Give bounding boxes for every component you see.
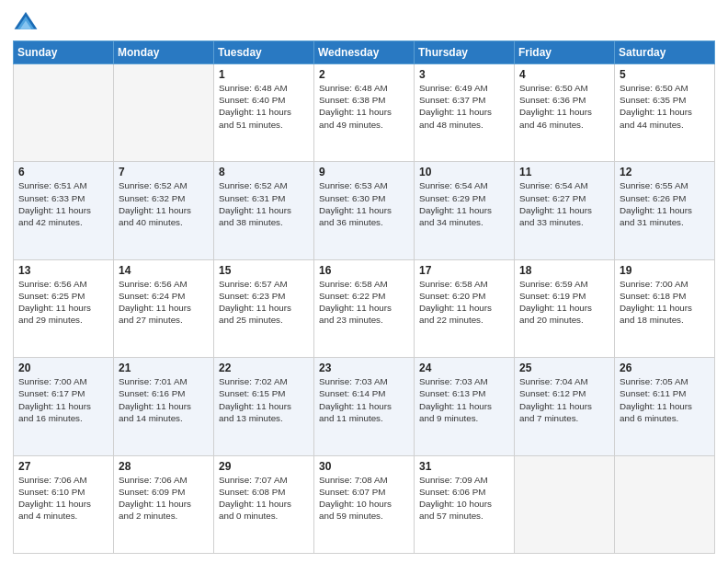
- weekday-monday: Monday: [114, 41, 214, 64]
- calendar-cell: [114, 64, 214, 162]
- weekday-sunday: Sunday: [14, 41, 114, 64]
- day-number: 12: [620, 166, 710, 178]
- cell-info: Sunrise: 6:50 AMSunset: 6:35 PMDaylight:…: [620, 82, 710, 131]
- day-number: 3: [419, 68, 509, 81]
- weekday-header-row: SundayMondayTuesdayWednesdayThursdayFrid…: [14, 41, 715, 64]
- day-number: 24: [419, 362, 509, 374]
- calendar-cell: [615, 455, 715, 553]
- cell-info: Sunrise: 7:04 AMSunset: 6:12 PMDaylight:…: [519, 375, 609, 424]
- cell-info: Sunrise: 6:59 AMSunset: 6:19 PMDaylight:…: [519, 278, 609, 327]
- calendar-cell: [515, 455, 615, 553]
- calendar-cell: 18Sunrise: 6:59 AMSunset: 6:19 PMDayligh…: [515, 259, 615, 357]
- day-number: 26: [620, 362, 710, 374]
- cell-info: Sunrise: 7:03 AMSunset: 6:13 PMDaylight:…: [419, 375, 509, 424]
- cell-info: Sunrise: 6:48 AMSunset: 6:40 PMDaylight:…: [219, 82, 309, 131]
- cell-info: Sunrise: 6:49 AMSunset: 6:37 PMDaylight:…: [419, 82, 509, 131]
- logo-icon: [13, 9, 39, 35]
- cell-info: Sunrise: 6:50 AMSunset: 6:36 PMDaylight:…: [519, 82, 609, 131]
- calendar-cell: 24Sunrise: 7:03 AMSunset: 6:13 PMDayligh…: [415, 358, 515, 455]
- calendar-cell: 5Sunrise: 6:50 AMSunset: 6:35 PMDaylight…: [615, 64, 715, 162]
- calendar-cell: 14Sunrise: 6:56 AMSunset: 6:24 PMDayligh…: [114, 259, 214, 357]
- cell-info: Sunrise: 7:08 AMSunset: 6:07 PMDaylight:…: [319, 474, 409, 523]
- calendar-cell: 19Sunrise: 7:00 AMSunset: 6:18 PMDayligh…: [615, 259, 715, 357]
- calendar-cell: [14, 64, 114, 162]
- calendar-cell: 9Sunrise: 6:53 AMSunset: 6:30 PMDaylight…: [314, 162, 415, 259]
- day-number: 2: [319, 68, 409, 81]
- day-number: 30: [319, 460, 409, 473]
- day-number: 28: [119, 460, 209, 473]
- day-number: 18: [519, 264, 609, 277]
- day-number: 4: [519, 68, 609, 81]
- weekday-tuesday: Tuesday: [214, 41, 314, 64]
- cell-info: Sunrise: 7:00 AMSunset: 6:18 PMDaylight:…: [620, 278, 710, 327]
- calendar-cell: 13Sunrise: 6:56 AMSunset: 6:25 PMDayligh…: [14, 259, 114, 357]
- cell-info: Sunrise: 7:01 AMSunset: 6:16 PMDaylight:…: [119, 375, 209, 424]
- cell-info: Sunrise: 7:09 AMSunset: 6:06 PMDaylight:…: [419, 474, 509, 523]
- cell-info: Sunrise: 6:55 AMSunset: 6:26 PMDaylight:…: [620, 179, 710, 228]
- day-number: 6: [18, 166, 108, 178]
- cell-info: Sunrise: 6:54 AMSunset: 6:27 PMDaylight:…: [519, 179, 609, 228]
- cell-info: Sunrise: 6:57 AMSunset: 6:23 PMDaylight:…: [219, 278, 309, 327]
- calendar-cell: 11Sunrise: 6:54 AMSunset: 6:27 PMDayligh…: [515, 162, 615, 259]
- calendar-cell: 6Sunrise: 6:51 AMSunset: 6:33 PMDaylight…: [14, 162, 114, 259]
- calendar-cell: 3Sunrise: 6:49 AMSunset: 6:37 PMDaylight…: [415, 64, 515, 162]
- calendar-cell: 12Sunrise: 6:55 AMSunset: 6:26 PMDayligh…: [615, 162, 715, 259]
- day-number: 31: [419, 460, 509, 473]
- cell-info: Sunrise: 6:51 AMSunset: 6:33 PMDaylight:…: [18, 179, 108, 228]
- day-number: 20: [18, 362, 108, 374]
- cell-info: Sunrise: 7:02 AMSunset: 6:15 PMDaylight:…: [219, 375, 309, 424]
- cell-info: Sunrise: 7:06 AMSunset: 6:10 PMDaylight:…: [18, 474, 108, 523]
- day-number: 16: [319, 264, 409, 277]
- day-number: 19: [620, 264, 710, 277]
- calendar-cell: 10Sunrise: 6:54 AMSunset: 6:29 PMDayligh…: [415, 162, 515, 259]
- cell-info: Sunrise: 6:56 AMSunset: 6:25 PMDaylight:…: [18, 278, 108, 327]
- calendar-cell: 20Sunrise: 7:00 AMSunset: 6:17 PMDayligh…: [14, 358, 114, 455]
- day-number: 23: [319, 362, 409, 374]
- cell-info: Sunrise: 6:58 AMSunset: 6:20 PMDaylight:…: [419, 278, 509, 327]
- calendar-cell: 1Sunrise: 6:48 AMSunset: 6:40 PMDaylight…: [214, 64, 314, 162]
- day-number: 22: [219, 362, 309, 374]
- weekday-wednesday: Wednesday: [314, 41, 415, 64]
- cell-info: Sunrise: 7:07 AMSunset: 6:08 PMDaylight:…: [219, 474, 309, 523]
- day-number: 7: [119, 166, 209, 178]
- week-row-3: 13Sunrise: 6:56 AMSunset: 6:25 PMDayligh…: [14, 259, 715, 357]
- week-row-4: 20Sunrise: 7:00 AMSunset: 6:17 PMDayligh…: [14, 358, 715, 455]
- week-row-1: 1Sunrise: 6:48 AMSunset: 6:40 PMDaylight…: [14, 64, 715, 162]
- cell-info: Sunrise: 6:53 AMSunset: 6:30 PMDaylight:…: [319, 179, 409, 228]
- calendar-cell: 28Sunrise: 7:06 AMSunset: 6:09 PMDayligh…: [114, 455, 214, 553]
- calendar-cell: 15Sunrise: 6:57 AMSunset: 6:23 PMDayligh…: [214, 259, 314, 357]
- cell-info: Sunrise: 6:52 AMSunset: 6:31 PMDaylight:…: [219, 179, 309, 228]
- calendar-cell: 29Sunrise: 7:07 AMSunset: 6:08 PMDayligh…: [214, 455, 314, 553]
- day-number: 8: [219, 166, 309, 178]
- calendar-cell: 17Sunrise: 6:58 AMSunset: 6:20 PMDayligh…: [415, 259, 515, 357]
- header: [13, 9, 715, 35]
- calendar-cell: 7Sunrise: 6:52 AMSunset: 6:32 PMDaylight…: [114, 162, 214, 259]
- day-number: 21: [119, 362, 209, 374]
- day-number: 15: [219, 264, 309, 277]
- page: SundayMondayTuesdayWednesdayThursdayFrid…: [0, 0, 728, 563]
- cell-info: Sunrise: 7:03 AMSunset: 6:14 PMDaylight:…: [319, 375, 409, 424]
- day-number: 14: [119, 264, 209, 277]
- cell-info: Sunrise: 6:58 AMSunset: 6:22 PMDaylight:…: [319, 278, 409, 327]
- calendar-cell: 27Sunrise: 7:06 AMSunset: 6:10 PMDayligh…: [14, 455, 114, 553]
- calendar-cell: 2Sunrise: 6:48 AMSunset: 6:38 PMDaylight…: [314, 64, 415, 162]
- day-number: 1: [219, 68, 309, 81]
- cell-info: Sunrise: 7:06 AMSunset: 6:09 PMDaylight:…: [119, 474, 209, 523]
- day-number: 27: [18, 460, 108, 473]
- weekday-thursday: Thursday: [415, 41, 515, 64]
- calendar-cell: 26Sunrise: 7:05 AMSunset: 6:11 PMDayligh…: [615, 358, 715, 455]
- cell-info: Sunrise: 6:56 AMSunset: 6:24 PMDaylight:…: [119, 278, 209, 327]
- calendar-cell: 16Sunrise: 6:58 AMSunset: 6:22 PMDayligh…: [314, 259, 415, 357]
- week-row-5: 27Sunrise: 7:06 AMSunset: 6:10 PMDayligh…: [14, 455, 715, 553]
- logo: [13, 9, 42, 35]
- calendar-cell: 25Sunrise: 7:04 AMSunset: 6:12 PMDayligh…: [515, 358, 615, 455]
- calendar-cell: 8Sunrise: 6:52 AMSunset: 6:31 PMDaylight…: [214, 162, 314, 259]
- day-number: 9: [319, 166, 409, 178]
- cell-info: Sunrise: 7:05 AMSunset: 6:11 PMDaylight:…: [620, 375, 710, 424]
- calendar-cell: 30Sunrise: 7:08 AMSunset: 6:07 PMDayligh…: [314, 455, 415, 553]
- calendar-cell: 4Sunrise: 6:50 AMSunset: 6:36 PMDaylight…: [515, 64, 615, 162]
- day-number: 25: [519, 362, 609, 374]
- cell-info: Sunrise: 6:52 AMSunset: 6:32 PMDaylight:…: [119, 179, 209, 228]
- cell-info: Sunrise: 6:54 AMSunset: 6:29 PMDaylight:…: [419, 179, 509, 228]
- day-number: 17: [419, 264, 509, 277]
